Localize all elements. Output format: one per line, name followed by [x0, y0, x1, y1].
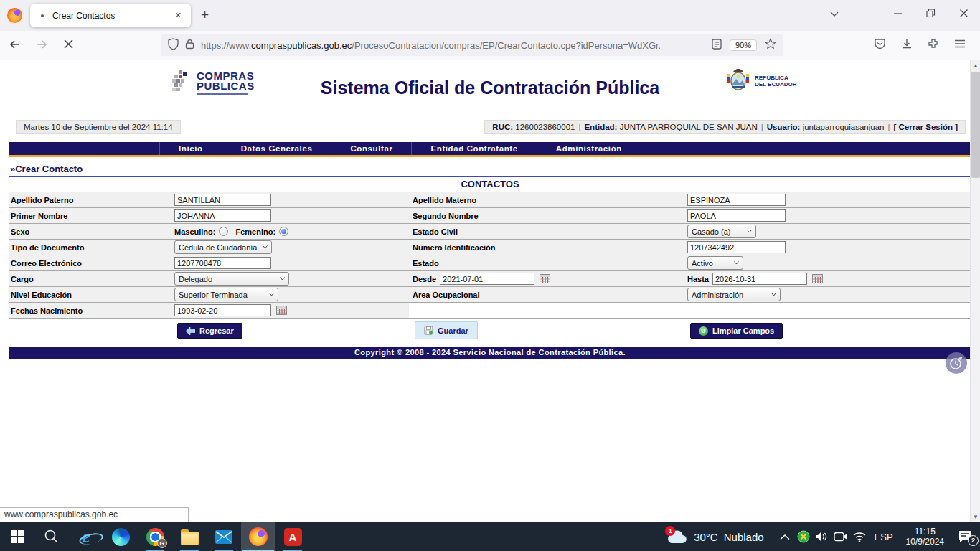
notification-count-badge: 2	[968, 535, 979, 546]
cargo-select[interactable]: Delegado	[174, 272, 289, 286]
url-domain: compraspublicas.gob.ec	[251, 40, 352, 51]
calendar-icon[interactable]	[812, 274, 823, 283]
acrobat-icon: A	[284, 528, 302, 546]
calendar-icon[interactable]	[540, 274, 550, 283]
bookmark-star-icon[interactable]	[765, 38, 776, 52]
nav-item-inicio[interactable]: Inicio	[159, 142, 222, 155]
action-center-button[interactable]: 2	[956, 530, 974, 543]
page-title: Sistema Oficial de Contratación Pública	[0, 77, 980, 98]
estado-civil-select[interactable]: Casado (a)	[687, 225, 756, 238]
sexo-femenino-radio[interactable]	[279, 227, 288, 236]
guardar-button[interactable]: Guardar	[415, 321, 478, 339]
limpiar-campos-button[interactable]: ↺ Limpiar Campos	[690, 323, 783, 339]
tipo-documento-select[interactable]: Cédula de Ciudadanía	[174, 240, 272, 254]
list-tabs-chevron-icon[interactable]	[829, 9, 839, 19]
nav-underline	[9, 155, 971, 157]
taskbar-firefox[interactable]	[241, 522, 275, 551]
language-indicator[interactable]: ESP	[875, 532, 893, 542]
nav-item-administracion[interactable]: Administración	[537, 142, 641, 155]
winged-clock-icon	[948, 355, 964, 371]
internet-explorer-icon: e	[82, 527, 90, 546]
browser-toolbar: https://www.compraspublicas.gob.ec/Proce…	[0, 31, 980, 60]
regresar-button[interactable]: Regresar	[177, 323, 242, 339]
window-restore-button[interactable]	[926, 9, 936, 18]
firefox-logo-icon[interactable]	[7, 8, 22, 23]
menu-hamburger-icon[interactable]	[954, 39, 966, 52]
primer-nombre-input[interactable]	[174, 209, 271, 222]
desde-input[interactable]	[440, 273, 534, 285]
forward-icon[interactable]	[36, 39, 49, 52]
taskbar-chrome[interactable]: G	[138, 522, 172, 551]
entity-value: JUNTA PARROQUIAL DE SAN JUAN	[620, 123, 758, 131]
antivirus-tray-icon[interactable]	[794, 530, 813, 543]
taskbar-file-explorer[interactable]	[172, 522, 207, 551]
contact-form: Apellido Paterno Apellido Materno Primer…	[9, 192, 971, 319]
nav-item-consultar[interactable]: Consultar	[331, 142, 412, 155]
scroll-down-icon[interactable]: ▼	[971, 512, 980, 522]
breadcrumb: »Crear Contacto	[9, 164, 971, 177]
browser-tabstrip: Crear Contactos ✕ +	[0, 0, 980, 31]
sexo-masculino-radio[interactable]	[219, 227, 228, 236]
taskbar-acrobat[interactable]: A	[275, 522, 310, 551]
new-tab-button[interactable]: +	[201, 6, 209, 24]
calendar-icon[interactable]	[276, 306, 287, 315]
meet-now-icon[interactable]	[831, 531, 850, 542]
chevron-down-icon	[280, 277, 285, 281]
tab-dot-icon	[41, 14, 44, 17]
edge-icon	[112, 528, 130, 546]
window-minimize-button[interactable]	[893, 9, 903, 18]
status-bar-link-preview: www.compraspublicas.gob.ec	[0, 507, 189, 522]
area-ocupacional-select[interactable]: Administración	[687, 288, 781, 301]
lock-icon[interactable]	[185, 39, 194, 52]
segundo-nombre-input[interactable]	[687, 209, 786, 222]
estado-select[interactable]: Activo	[687, 256, 743, 270]
downloads-icon[interactable]	[901, 38, 913, 52]
taskbar-clock[interactable]: 11:15 10/9/2024	[906, 527, 944, 547]
chevron-down-icon	[747, 230, 752, 233]
start-button[interactable]	[0, 522, 34, 551]
tab-close-icon[interactable]: ✕	[172, 9, 184, 22]
form-row: Fechas Nacimiento	[9, 303, 971, 319]
apellido-paterno-input[interactable]	[174, 194, 271, 206]
pocket-icon[interactable]	[874, 38, 886, 53]
browser-tab[interactable]: Crear Contactos ✕	[30, 4, 191, 27]
volume-icon[interactable]	[813, 531, 831, 542]
logout-link[interactable]: Cerrar Sesión	[899, 123, 953, 131]
reader-view-icon[interactable]	[712, 39, 722, 52]
scroll-up-icon[interactable]: ▲	[971, 60, 980, 71]
clean-refresh-icon: ↺	[699, 326, 708, 336]
stop-loading-icon[interactable]	[63, 39, 76, 52]
tray-chevron-up-icon[interactable]	[776, 534, 794, 540]
nav-item-datos-generales[interactable]: Datos Generales	[222, 142, 332, 155]
clock-date: 10/9/2024	[906, 537, 944, 547]
floating-timer-widget[interactable]	[946, 352, 967, 374]
taskbar-search-button[interactable]	[34, 522, 69, 551]
extensions-puzzle-icon[interactable]	[928, 38, 939, 52]
window-close-button[interactable]	[959, 9, 969, 18]
back-icon[interactable]	[9, 39, 22, 52]
url-bar[interactable]: https://www.compraspublicas.gob.ec/Proce…	[161, 34, 783, 56]
site-header: COMPRASPUBLICAS Sistema Oficial de Contr…	[0, 60, 980, 118]
site-footer: Copyright © 2008 - 2024 Servicio Naciona…	[9, 347, 971, 359]
hasta-input[interactable]	[712, 273, 807, 285]
back-arrow-icon	[186, 327, 195, 335]
firefox-icon	[249, 527, 268, 546]
apellido-materno-input[interactable]	[687, 194, 786, 206]
shield-icon[interactable]	[168, 38, 179, 53]
correo-electronico-input[interactable]	[174, 257, 271, 269]
taskbar-internet-explorer[interactable]: e	[69, 522, 103, 551]
zoom-level-chip[interactable]: 90%	[730, 40, 756, 50]
scrollbar-thumb[interactable]	[971, 72, 980, 178]
page-scrollbar[interactable]: ▲ ▼	[970, 60, 980, 522]
taskbar-mail[interactable]	[207, 522, 241, 551]
form-row: Sexo Masculino: Femenino: Estado Civil C…	[9, 224, 971, 240]
taskbar-weather[interactable]: 1 30°C Nublado	[666, 529, 763, 545]
taskbar-edge[interactable]	[103, 522, 138, 551]
numero-identificacion-input[interactable]	[687, 241, 786, 253]
fecha-nacimiento-input[interactable]	[174, 304, 271, 316]
url-path: /ProcesoContratacion/compras/EP/CrearCon…	[352, 40, 660, 51]
chevron-down-icon	[734, 261, 739, 265]
wifi-icon[interactable]	[850, 532, 869, 542]
nav-item-entidad-contratante[interactable]: Entidad Contratante	[412, 142, 537, 155]
nivel-educacion-select[interactable]: Superior Terminada	[174, 288, 278, 301]
